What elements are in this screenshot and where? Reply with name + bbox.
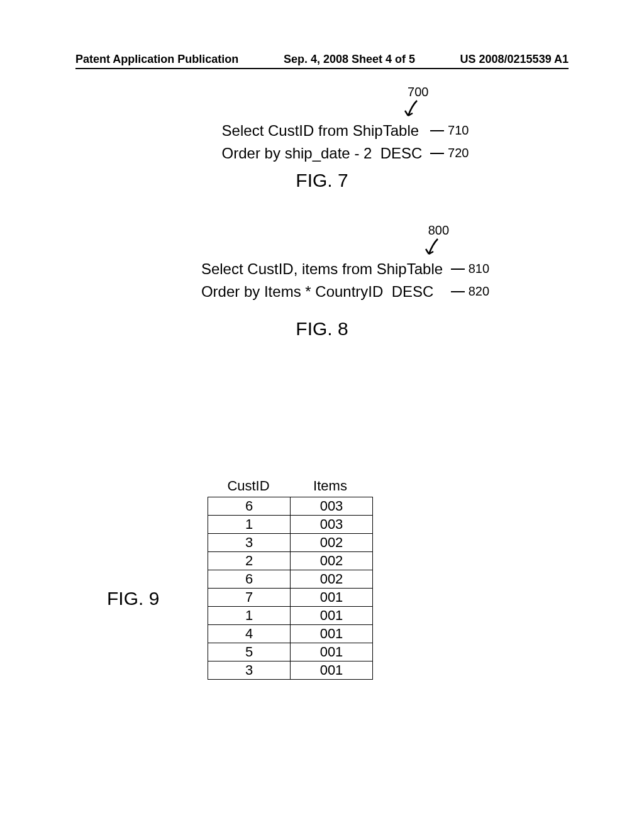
- fig8-line2: Order by Items * CountryID DESC: [201, 280, 443, 303]
- fig9-table: 6003100330022002600270011001400150013001: [208, 497, 373, 680]
- patent-page: Patent Application Publication Sep. 4, 2…: [0, 0, 644, 830]
- fig9-table-wrap: CustID Items 600310033002200260027001100…: [208, 478, 373, 680]
- table-cell: 001: [291, 661, 373, 680]
- table-cell: 001: [291, 643, 373, 661]
- table-cell: 002: [291, 534, 373, 552]
- table-cell: 6: [208, 497, 291, 516]
- fig8-line1: Select CustID, items from ShipTable: [201, 258, 443, 280]
- figure-7-body: 700 Select CustID from ShipTable Order b…: [222, 119, 423, 165]
- ref-720-text: 720: [448, 146, 469, 160]
- figure-7: 700 Select CustID from ShipTable Order b…: [0, 119, 644, 191]
- ref-820-text: 820: [469, 284, 489, 299]
- table-cell: 001: [291, 625, 373, 643]
- fig7-line1: Select CustID from ShipTable: [222, 119, 423, 142]
- leader-line-icon: [451, 268, 465, 270]
- table-row: 1001: [208, 607, 373, 625]
- table-row: 5001: [208, 643, 373, 661]
- ref-710-text: 710: [448, 123, 469, 138]
- table-cell: 001: [291, 607, 373, 625]
- table-cell: 2: [208, 552, 291, 570]
- table-cell: 6: [208, 570, 291, 589]
- ref-810-text: 810: [469, 262, 489, 276]
- table-row: 2002: [208, 552, 373, 570]
- ref-720: 720: [430, 146, 469, 160]
- table-cell: 4: [208, 625, 291, 643]
- table-cell: 1: [208, 516, 291, 534]
- arrow-icon: [425, 238, 443, 257]
- fig9-table-headers: CustID Items: [208, 478, 373, 494]
- ref-810: 810: [451, 262, 489, 276]
- table-cell: 3: [208, 661, 291, 680]
- table-cell: 3: [208, 534, 291, 552]
- fig9-caption: FIG. 9: [107, 588, 159, 609]
- header-left: Patent Application Publication: [75, 53, 238, 66]
- page-header: Patent Application Publication Sep. 4, 2…: [75, 53, 569, 66]
- fig9-table-body: 6003100330022002600270011001400150013001: [208, 497, 373, 680]
- table-cell: 002: [291, 552, 373, 570]
- table-row: 1003: [208, 516, 373, 534]
- leader-line-icon: [430, 130, 444, 131]
- table-cell: 003: [291, 516, 373, 534]
- table-cell: 5: [208, 643, 291, 661]
- table-row: 3001: [208, 661, 373, 680]
- table-row: 6003: [208, 497, 373, 516]
- table-cell: 001: [291, 589, 373, 607]
- ref-820: 820: [451, 284, 489, 299]
- table-cell: 1: [208, 607, 291, 625]
- fig8-caption: FIG. 8: [0, 318, 644, 340]
- col-header-custid: CustID: [208, 478, 289, 494]
- table-row: 6002: [208, 570, 373, 589]
- table-row: 4001: [208, 625, 373, 643]
- figure-8: 800 Select CustID, items from ShipTable …: [0, 258, 644, 340]
- header-right: US 2008/0215539 A1: [460, 53, 569, 66]
- col-header-items: Items: [289, 478, 371, 494]
- ref-710: 710: [430, 123, 469, 138]
- fig7-caption: FIG. 7: [0, 170, 644, 191]
- leader-line-icon: [430, 153, 444, 154]
- table-row: 3002: [208, 534, 373, 552]
- ref-800: 800: [428, 223, 449, 238]
- header-center: Sep. 4, 2008 Sheet 4 of 5: [284, 53, 415, 66]
- header-rule: [75, 68, 569, 69]
- figure-8-body: 800 Select CustID, items from ShipTable …: [201, 258, 443, 303]
- table-cell: 003: [291, 497, 373, 516]
- table-cell: 002: [291, 570, 373, 589]
- ref-700: 700: [408, 85, 428, 99]
- table-cell: 7: [208, 589, 291, 607]
- leader-line-icon: [451, 291, 465, 292]
- arrow-icon: [404, 99, 422, 118]
- fig7-line2: Order by ship_date - 2 DESC: [222, 142, 423, 165]
- table-row: 7001: [208, 589, 373, 607]
